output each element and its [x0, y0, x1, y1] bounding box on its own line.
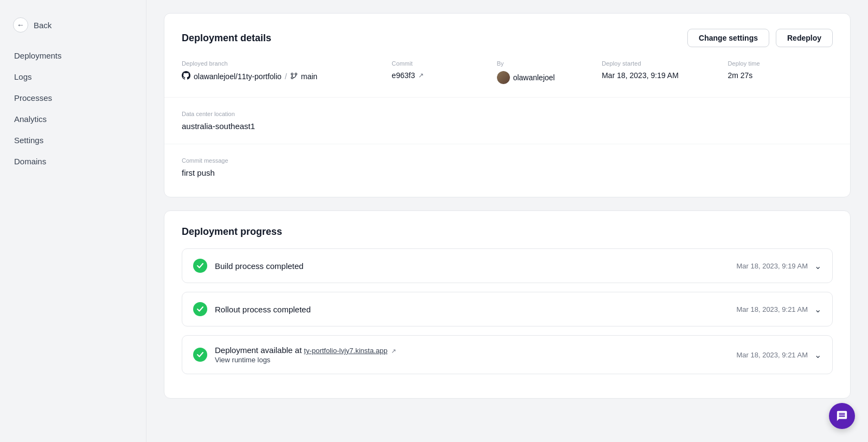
sidebar-item-domains[interactable]: Domains: [7, 151, 139, 171]
deploy-started-value: Mar 18, 2023, 9:19 AM: [602, 71, 717, 80]
build-timestamp: Mar 18, 2023, 9:19 AM: [736, 262, 808, 270]
back-button[interactable]: ← Back: [0, 13, 146, 46]
build-progress-right: Mar 18, 2023, 9:19 AM ⌄: [736, 261, 821, 271]
available-progress-item[interactable]: Deployment available at ty-portfolio-lvj…: [182, 335, 833, 374]
change-settings-button[interactable]: Change settings: [687, 29, 769, 47]
commit-label: Commit: [392, 60, 486, 67]
branch-separator: /: [285, 72, 287, 81]
sidebar: ← Back Deployments Logs Processes Analyt…: [0, 0, 146, 442]
card-header: Deployment details Change settings Redep…: [182, 29, 833, 47]
divider: [164, 97, 850, 98]
back-arrow-icon: ←: [13, 17, 28, 33]
deployment-progress-title: Deployment progress: [182, 226, 833, 238]
by-label: By: [497, 60, 591, 67]
deploy-started-label: Deploy started: [602, 60, 717, 67]
available-label-sub: Deployment available at ty-portfolio-lvj…: [215, 345, 396, 364]
sidebar-item-logs[interactable]: Logs: [7, 67, 139, 87]
deployment-progress-card: Deployment progress Build process comple…: [164, 210, 851, 399]
rollout-progress-right: Mar 18, 2023, 9:21 AM ⌄: [736, 304, 821, 315]
data-center-label: Data center location: [182, 111, 833, 117]
commit-message-label: Commit message: [182, 157, 833, 164]
deploy-time-value: 2m 27s: [727, 71, 822, 80]
details-grid: Deployed branch olawanlejoel/11ty-portfo…: [182, 60, 833, 84]
repo-name: olawanlejoel/11ty-portfolio: [194, 72, 282, 81]
external-link-icon[interactable]: ↗: [418, 72, 424, 79]
svg-point-0: [291, 76, 293, 79]
card-actions: Change settings Redeploy: [687, 29, 833, 47]
main-content: Deployment details Change settings Redep…: [146, 0, 868, 442]
chat-button[interactable]: [829, 403, 855, 429]
available-check-icon: [193, 348, 207, 362]
rollout-progress-left: Rollout process completed: [193, 302, 311, 316]
sidebar-item-settings[interactable]: Settings: [7, 130, 139, 150]
build-progress-left: Build process completed: [193, 259, 303, 273]
sidebar-nav: Deployments Logs Processes Analytics Set…: [0, 46, 146, 171]
by-value: olawanlejoel: [497, 71, 591, 84]
commit-hash: e963f3: [392, 71, 415, 80]
deploy-time-label: Deploy time: [727, 60, 822, 67]
build-progress-label: Build process completed: [215, 261, 303, 271]
deployed-branch-label: Deployed branch: [182, 60, 381, 67]
deploy-started-col: Deploy started Mar 18, 2023, 9:19 AM: [602, 60, 727, 84]
available-progress-left: Deployment available at ty-portfolio-lvj…: [193, 345, 396, 364]
build-progress-item[interactable]: Build process completed Mar 18, 2023, 9:…: [182, 248, 833, 283]
redeploy-button[interactable]: Redeploy: [776, 29, 833, 47]
divider-2: [164, 144, 850, 144]
build-chevron-icon: ⌄: [814, 261, 821, 271]
data-center-section: Data center location australia-southeast…: [182, 111, 833, 131]
deployed-branch-col: Deployed branch olawanlejoel/11ty-portfo…: [182, 60, 392, 84]
by-username: olawanlejoel: [513, 73, 555, 82]
available-link[interactable]: ty-portfolio-lvjy7.kinsta.app: [304, 347, 387, 355]
github-icon: [182, 71, 190, 82]
available-timestamp: Mar 18, 2023, 9:21 AM: [736, 351, 808, 359]
svg-point-1: [291, 73, 293, 75]
available-chevron-icon: ⌄: [814, 350, 821, 360]
available-external-icon: ↗: [391, 348, 396, 354]
build-check-icon: [193, 259, 207, 273]
branch-icon: [290, 72, 298, 81]
back-label: Back: [34, 21, 52, 30]
sidebar-item-processes[interactable]: Processes: [7, 88, 139, 108]
rollout-chevron-icon: ⌄: [814, 304, 821, 315]
branch-name: main: [301, 72, 317, 81]
commit-message-value: first push: [182, 168, 833, 177]
by-col: By olawanlejoel: [497, 60, 602, 84]
view-runtime-logs[interactable]: View runtime logs: [215, 356, 396, 364]
data-center-value: australia-southeast1: [182, 121, 833, 131]
rollout-timestamp: Mar 18, 2023, 9:21 AM: [736, 305, 808, 313]
sidebar-item-deployments[interactable]: Deployments: [7, 46, 139, 66]
commit-col: Commit e963f3 ↗: [392, 60, 497, 84]
deploy-time-col: Deploy time 2m 27s: [727, 60, 833, 84]
sidebar-item-analytics[interactable]: Analytics: [7, 109, 139, 129]
commit-message-section: Commit message first push: [182, 157, 833, 177]
rollout-check-icon: [193, 302, 207, 316]
commit-value: e963f3 ↗: [392, 71, 486, 80]
rollout-progress-item[interactable]: Rollout process completed Mar 18, 2023, …: [182, 292, 833, 326]
deployment-details-title: Deployment details: [182, 33, 271, 44]
available-progress-right: Mar 18, 2023, 9:21 AM ⌄: [736, 350, 821, 360]
deployment-details-card: Deployment details Change settings Redep…: [164, 13, 851, 197]
avatar: [497, 71, 510, 84]
available-progress-label: Deployment available at ty-portfolio-lvj…: [215, 345, 396, 355]
deployed-branch-value: olawanlejoel/11ty-portfolio / main: [182, 71, 381, 82]
svg-point-2: [295, 73, 297, 75]
rollout-progress-label: Rollout process completed: [215, 305, 311, 314]
